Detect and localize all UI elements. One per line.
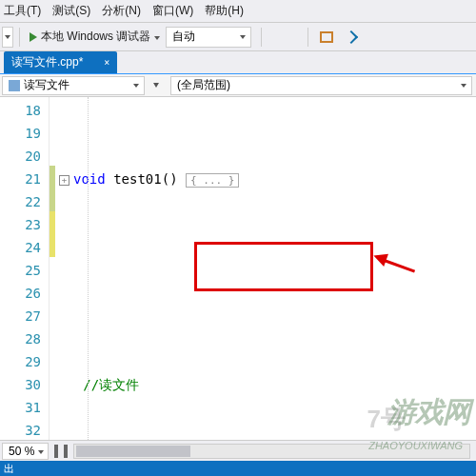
project-icon (9, 80, 20, 91)
arrow-icon (345, 30, 358, 43)
toolbar-button-nav[interactable] (341, 27, 362, 48)
code-area[interactable]: +void test01() { ... } //读文件 −void test0… (55, 97, 476, 459)
debug-target-combo[interactable]: 本地 Windows 调试器 (41, 29, 160, 45)
code-editor[interactable]: 181920 212223 242526 272829 303132 +void… (0, 97, 476, 459)
global-scope-combo[interactable]: (全局范围) (170, 76, 472, 95)
code-line: +void test01() { ... } (55, 168, 476, 190)
close-icon[interactable]: × (104, 57, 109, 68)
separator (261, 28, 262, 47)
box-icon (320, 31, 333, 43)
menu-test[interactable]: 测试(S) (52, 3, 90, 19)
menu-bar: 工具(T) 测试(S) 分析(N) 窗口(W) 帮助(H) (0, 0, 476, 23)
separator (19, 28, 20, 47)
menu-analyze[interactable]: 分析(N) (102, 3, 141, 19)
project-scope-combo[interactable]: 读写文件 (2, 76, 145, 95)
horizontal-scrollbar[interactable] (73, 444, 470, 459)
editor-footer: 50 % (0, 440, 476, 461)
toolbar: 本地 Windows 调试器 自动 (0, 23, 476, 51)
menu-tools[interactable]: 工具(T) (4, 3, 41, 19)
tab-title: 读写文件.cpp* (11, 54, 83, 70)
navigation-bar: 读写文件 (全局范围) (0, 74, 476, 97)
line-number-gutter: 181920 212223 242526 272829 303132 (0, 97, 50, 459)
pin-icon[interactable] (89, 58, 98, 68)
config-combo[interactable]: 自动 (166, 27, 251, 48)
split-icon[interactable] (54, 445, 68, 458)
folded-region[interactable]: { ... } (186, 173, 239, 188)
document-tab-bar: 读写文件.cpp* × (0, 51, 476, 74)
toolbar-dropdown[interactable] (2, 27, 13, 48)
code-line (55, 305, 476, 327)
toolbar-button-1[interactable] (279, 27, 300, 48)
menu-window[interactable]: 窗口(W) (152, 3, 193, 19)
scope-dropdown[interactable] (147, 76, 166, 95)
zoom-combo[interactable]: 50 % (2, 443, 49, 460)
annotation-highlight-box (194, 242, 373, 291)
code-line: //读文件 (55, 373, 476, 396)
menu-help[interactable]: 帮助(H) (205, 3, 244, 19)
play-icon[interactable] (30, 32, 37, 42)
output-panel-label[interactable]: 出 (4, 463, 14, 474)
file-tab-active[interactable]: 读写文件.cpp* × (4, 51, 117, 73)
separator (307, 28, 308, 47)
toolbar-button-box[interactable] (316, 27, 337, 48)
expand-icon[interactable]: + (59, 175, 69, 186)
status-bar: 出 (0, 461, 476, 476)
